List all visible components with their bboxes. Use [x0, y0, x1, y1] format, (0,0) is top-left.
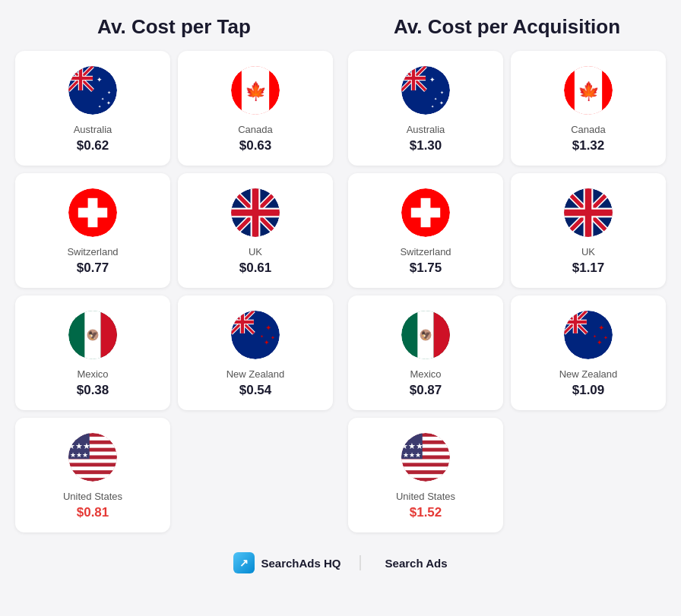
country-cost: $0.54	[239, 383, 272, 398]
country-cost: $0.63	[239, 138, 272, 153]
svg-rect-44	[231, 321, 254, 324]
svg-rect-113	[401, 459, 450, 463]
svg-rect-92	[434, 311, 450, 359]
svg-text:✦: ✦	[107, 90, 111, 95]
brand1-label: SearchAds HQ	[261, 557, 340, 570]
svg-text:✦: ✦	[429, 76, 436, 84]
country-cost: $0.81	[77, 505, 109, 520]
svg-text:🍁: 🍁	[245, 81, 268, 102]
country-card: 🦅 Mexico$0.38	[15, 295, 170, 410]
svg-text:✦: ✦	[97, 76, 103, 84]
country-name: Canada	[571, 124, 606, 135]
flag-au: ✦ ✦ ✦ ✦ ✦	[401, 66, 450, 115]
svg-rect-115	[401, 474, 450, 478]
svg-rect-80	[411, 208, 440, 218]
country-cost: $0.62	[77, 138, 109, 153]
country-name: UK	[581, 246, 595, 257]
country-card: Switzerland$1.75	[348, 173, 503, 288]
main-container: Av. Cost per Tap ✦ ✦ ✦ ✦ ✦ Australia$0.6…	[15, 15, 666, 532]
flag-nz: ✦ ✦ ✦ ✦	[564, 311, 613, 359]
svg-text:✦: ✦	[597, 339, 603, 346]
svg-rect-89	[564, 210, 613, 216]
svg-text:🍁: 🍁	[578, 81, 600, 102]
svg-text:★★★: ★★★	[70, 451, 88, 459]
country-name: Australia	[407, 124, 445, 135]
country-cost: $0.87	[410, 383, 442, 398]
svg-rect-20	[78, 208, 107, 218]
svg-rect-9	[68, 77, 93, 80]
svg-text:✦: ✦	[264, 339, 270, 346]
right-title: Av. Cost per Acquisition	[348, 15, 666, 39]
left-title: Av. Cost per Tap	[15, 15, 333, 39]
country-cost: $1.30	[410, 138, 442, 153]
country-card: 🦅 Mexico$0.87	[348, 295, 503, 410]
country-card: UK$1.17	[511, 173, 666, 288]
flag-mx: 🦅	[401, 311, 450, 359]
svg-text:✦: ✦	[265, 324, 271, 332]
footer: ↗ SearchAds HQ Search Ads	[15, 545, 666, 581]
svg-text:✦: ✦	[598, 324, 604, 332]
country-name: Canada	[238, 124, 273, 135]
country-name: New Zealand	[226, 368, 285, 380]
svg-text:🦅: 🦅	[88, 330, 99, 340]
svg-text:✦: ✦	[98, 104, 101, 109]
country-card: 🍁 Canada$0.63	[178, 51, 333, 166]
svg-text:✦: ✦	[431, 104, 434, 109]
country-cost: $1.75	[410, 261, 442, 276]
svg-text:✦: ✦	[434, 96, 437, 101]
flag-us: ★★★ ★★★	[401, 433, 450, 482]
flag-ch	[68, 188, 117, 237]
brand2-label: Search Ads	[385, 557, 448, 570]
svg-text:✦: ✦	[593, 333, 597, 339]
flag-gb	[564, 188, 613, 237]
svg-text:🦅: 🦅	[421, 330, 432, 340]
svg-rect-54	[68, 466, 117, 470]
country-cost: $1.17	[572, 261, 605, 276]
flag-ch	[401, 188, 450, 237]
country-cost: $0.38	[77, 383, 109, 398]
right-grid: ✦ ✦ ✦ ✦ ✦ Australia$1.30 🍁 Canada$1.32 S…	[348, 51, 666, 532]
country-cost: $1.09	[572, 383, 605, 398]
svg-rect-32	[101, 311, 117, 359]
svg-text:✦: ✦	[440, 90, 444, 95]
svg-text:✦: ✦	[260, 333, 264, 339]
svg-text:★★★: ★★★	[401, 441, 423, 450]
country-card: ✦ ✦ ✦ ✦ New Zealand$1.09	[511, 295, 666, 410]
country-card: ★★★ ★★★ United States$0.81	[15, 418, 170, 532]
svg-text:✦: ✦	[106, 100, 111, 106]
country-cost: $0.77	[77, 261, 109, 276]
flag-nz: ✦ ✦ ✦ ✦	[231, 311, 280, 359]
svg-text:★★★: ★★★	[68, 441, 90, 450]
svg-rect-29	[231, 210, 280, 216]
country-card: ✦ ✦ ✦ ✦ ✦ Australia$1.30	[348, 51, 503, 166]
svg-rect-104	[564, 321, 587, 324]
country-cost: $1.32	[572, 138, 605, 153]
left-grid: ✦ ✦ ✦ ✦ ✦ Australia$0.62 🍁 Canada$0.63 S…	[15, 51, 333, 532]
brand-searchads: ↗ SearchAds HQ	[233, 552, 340, 573]
country-cost: $0.61	[239, 261, 272, 276]
country-card: 🍁 Canada$1.32	[511, 51, 666, 166]
svg-text:✦: ✦	[603, 334, 608, 341]
country-name: Switzerland	[67, 246, 118, 257]
flag-mx: 🦅	[68, 311, 117, 359]
svg-text:✦: ✦	[101, 96, 104, 101]
country-name: Australia	[74, 124, 112, 135]
svg-rect-69	[401, 77, 426, 80]
country-card: ★★★ ★★★ United States$1.52	[348, 418, 503, 532]
country-card: ✦ ✦ ✦ ✦ ✦ Australia$0.62	[15, 51, 170, 166]
right-section: Av. Cost per Acquisition ✦ ✦ ✦ ✦ ✦ Austr…	[348, 15, 666, 532]
left-section: Av. Cost per Tap ✦ ✦ ✦ ✦ ✦ Australia$0.6…	[15, 15, 333, 532]
svg-rect-114	[401, 466, 450, 470]
country-name: UK	[249, 246, 262, 257]
searchads-icon: ↗	[233, 552, 255, 573]
country-cost: $1.52	[410, 505, 442, 520]
svg-rect-55	[68, 474, 117, 478]
svg-rect-53	[68, 459, 117, 463]
country-name: United States	[63, 491, 122, 502]
country-name: Switzerland	[400, 246, 451, 257]
brand-apple: Search Ads	[379, 557, 448, 570]
flag-ca: 🍁	[231, 66, 280, 115]
country-card: UK$0.61	[178, 173, 333, 288]
flag-gb	[231, 188, 280, 237]
svg-text:✦: ✦	[271, 334, 275, 341]
